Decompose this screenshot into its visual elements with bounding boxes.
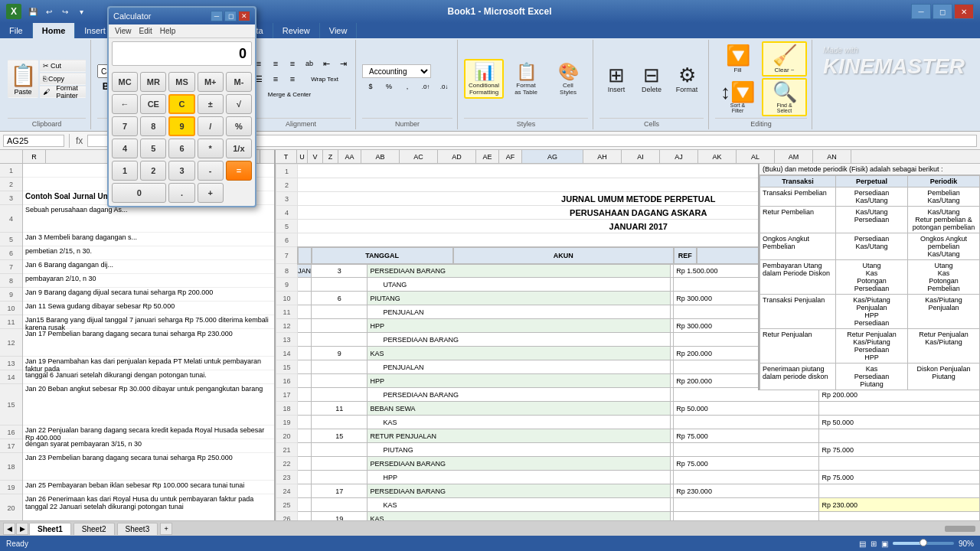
rt2-transaksi[interactable]: Retur Pembelian [760, 207, 836, 233]
d10-akun[interactable]: PIUTANG [368, 292, 671, 305]
scroll-thumb[interactable] [945, 526, 975, 532]
add-sheet-btn[interactable]: + [160, 523, 172, 535]
calc-div[interactable]: / [198, 116, 224, 136]
d23-kredit[interactable]: Rp 75.000 [819, 471, 979, 484]
d19-akun[interactable]: KAS [368, 416, 671, 429]
d24-day[interactable]: 17 [312, 484, 368, 498]
d14-jan[interactable] [298, 347, 312, 360]
rt1-transaksi[interactable]: Transaksi Pembelian [760, 187, 836, 207]
calc-inv[interactable]: 1/x [226, 139, 252, 158]
d9-akun[interactable]: UTANG [368, 278, 671, 292]
calc-1[interactable]: 1 [112, 161, 138, 181]
calc-9[interactable]: 9 [168, 116, 194, 136]
align-top-right-btn[interactable]: ≡ [285, 57, 300, 70]
d9-day[interactable] [312, 278, 368, 292]
d24-debit[interactable]: Rp 230.000 [674, 484, 819, 498]
minimize-btn[interactable]: ─ [911, 4, 931, 19]
cell-r20[interactable]: Jan 26 Penerimaan kas dari Royal Husa du… [23, 494, 274, 520]
d18-debit[interactable]: Rp 50.000 [674, 402, 819, 416]
rt4-periodik[interactable]: UtangKasPotonganPembelian [907, 260, 979, 295]
sheet-right-btn[interactable]: ▶ [16, 523, 28, 535]
calc-5[interactable]: 5 [140, 139, 166, 158]
d22-jan[interactable] [298, 457, 312, 471]
d20-kredit[interactable] [819, 429, 979, 443]
calc-4[interactable]: 4 [112, 139, 138, 158]
calc-sub[interactable]: - [198, 161, 224, 181]
calc-2[interactable]: 2 [140, 161, 166, 181]
d22-akun[interactable]: PERSEDIAAN BARANG [368, 457, 671, 471]
d22-debit[interactable]: Rp 75.000 [674, 457, 819, 471]
d12-jan[interactable] [298, 319, 312, 333]
rt5-periodik[interactable]: Kas/PiutangPenjualan [907, 295, 979, 329]
d13-day[interactable] [312, 333, 368, 347]
calc-close-btn[interactable]: ✕ [238, 11, 250, 21]
calc-3[interactable]: 3 [168, 161, 194, 181]
d14-akun[interactable]: KAS [368, 347, 671, 360]
dec-inc-btn[interactable]: .0↑ [417, 80, 434, 93]
calc-sign[interactable]: ± [198, 94, 224, 114]
cell-r7[interactable]: Jan 6 Barang dagangan dij... [23, 260, 274, 274]
d20-debit[interactable]: Rp 75.000 [674, 429, 819, 443]
cell-r6[interactable]: pembetian 2/15, n 30. [23, 246, 274, 260]
d19-debit[interactable] [674, 416, 819, 429]
close-btn[interactable]: ✕ [954, 4, 974, 19]
cell-r12[interactable]: Jan 17 Pembelian barang dagang secara tu… [23, 329, 274, 357]
d21-kredit[interactable]: Rp 75.000 [819, 443, 979, 457]
d8-akun[interactable]: PERSEDIAAN BARANG [368, 264, 671, 278]
rt5-perpetual[interactable]: Kas/PiutangPenjualanHPPPersediaan [835, 295, 907, 329]
calc-c[interactable]: C [168, 94, 194, 114]
d16-day[interactable] [312, 374, 368, 388]
align-top-center-btn[interactable]: ≡ [268, 57, 283, 70]
paste-button[interactable]: 📋 Paste [8, 60, 38, 98]
sort-filter-button[interactable]: ↕🔽 Sort &Filter [715, 79, 760, 116]
cell-r11[interactable]: Jan15 Barang yang dijual tanggal 7 janua… [23, 315, 274, 329]
d23-jan[interactable] [298, 471, 312, 484]
calc-mc[interactable]: MC [112, 72, 138, 92]
d22-day[interactable] [312, 457, 368, 471]
d25-debit[interactable] [674, 498, 819, 512]
d26-jan[interactable] [298, 512, 312, 520]
percent-btn[interactable]: % [381, 80, 397, 93]
d11-day[interactable] [312, 305, 368, 319]
calc-7[interactable]: 7 [112, 116, 138, 136]
d21-day[interactable] [312, 443, 368, 457]
wrap-text-btn[interactable]: Wrap Text [302, 72, 348, 86]
clear-button[interactable]: 🧹 Clear ~ [762, 41, 807, 77]
tab-review[interactable]: Review [273, 23, 320, 38]
rt2-periodik[interactable]: Kas/UtangRetur pembelian & potongan pemb… [907, 207, 979, 233]
dropdown-quick-btn[interactable]: ▾ [74, 5, 88, 18]
tab-home[interactable]: Home [33, 23, 76, 38]
insert-button[interactable]: ⊞ Insert [599, 62, 633, 96]
calc-back[interactable]: ← [112, 94, 138, 114]
rt3-periodik[interactable]: Ongkos Angkut pembelianKas/Utang [907, 233, 979, 260]
calc-6[interactable]: 6 [168, 139, 194, 158]
calc-8[interactable]: 8 [140, 116, 166, 136]
conditional-formatting-button[interactable]: 📊 ConditionalFormatting [464, 59, 504, 99]
d25-day[interactable] [312, 498, 368, 512]
cell-r8[interactable]: pembayaran 2/10, n 30 [23, 274, 274, 288]
sheet-tab-1[interactable]: Sheet1 [29, 523, 71, 535]
align-right-btn[interactable]: ≡ [285, 72, 300, 86]
calc-restore-btn[interactable]: ◻ [224, 11, 237, 21]
cell-r19[interactable]: Jan 25 Pembayaran beban iklan sebesar Rp… [23, 481, 274, 494]
d18-akun[interactable]: BEBAN SEWA [368, 402, 671, 416]
rt1-perpetual[interactable]: PersediaanKas/Utang [835, 187, 907, 207]
normal-view-btn[interactable]: ▤ [859, 540, 866, 548]
rt6-periodik[interactable]: Retur PenjualanKas/Piutang [907, 329, 979, 364]
page-break-btn[interactable]: ▣ [881, 540, 888, 548]
d20-day[interactable]: 15 [312, 429, 368, 443]
fill-button[interactable]: 🔽 Fill [715, 42, 760, 76]
cell-r9[interactable]: Jan 9 Barang dagang dijual secara tunai … [23, 288, 274, 302]
calc-menu-edit[interactable]: Edit [136, 26, 155, 36]
d18-day[interactable]: 11 [312, 402, 368, 416]
d20-jan[interactable] [298, 429, 312, 443]
cell-r5[interactable]: Jan 3 Membeli barang dagangan s... [23, 233, 274, 246]
number-format-dropdown[interactable]: Accounting General Number Currency [362, 64, 431, 78]
undo-quick-btn[interactable]: ↩ [42, 5, 56, 18]
rt4-perpetual[interactable]: UtangKasPotonganPersediaan [835, 260, 907, 295]
d17-akun[interactable]: PERSEDIAAN BARANG [368, 388, 671, 402]
calc-ce[interactable]: CE [140, 94, 166, 114]
dec-dec-btn[interactable]: .0↓ [436, 80, 452, 93]
cell-r13[interactable]: Jan 19 Penambahan kas dari penjualan kep… [23, 357, 274, 370]
cell-r16[interactable]: Jan 22 Penjualan barang dagang secara kr… [23, 425, 274, 439]
